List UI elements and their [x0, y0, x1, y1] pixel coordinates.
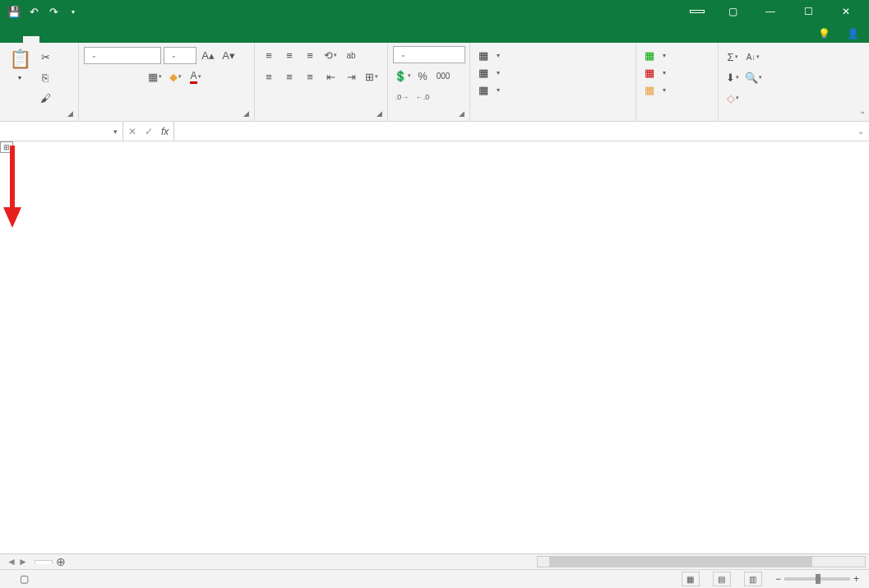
tab-file[interactable] [7, 36, 23, 43]
cell-styles-button[interactable]: ▦▾ [475, 82, 502, 97]
paste-button[interactable]: 📋 ▾ [5, 46, 35, 83]
title-bar: 💾 ↶ ↷ ▾ ▢ — ☐ ✕ [0, 0, 869, 23]
zoom-out-icon[interactable]: − [775, 573, 781, 585]
minimize-button[interactable]: — [752, 0, 788, 23]
align-middle-icon[interactable]: ≡ [280, 46, 298, 64]
decrease-indent-icon[interactable]: ⇤ [321, 67, 340, 86]
tab-help[interactable] [155, 36, 171, 43]
zoom-in-icon[interactable]: + [853, 573, 859, 585]
sheet-tab-bar: ◄► ⊕ [0, 553, 869, 569]
dialog-launcher-icon[interactable]: ◢ [459, 109, 465, 118]
underline-button[interactable] [125, 67, 143, 86]
next-sheet-icon[interactable]: ► [18, 556, 28, 567]
new-sheet-icon[interactable]: ⊕ [53, 555, 69, 568]
pagebreak-view-icon[interactable]: ▥ [744, 572, 762, 586]
tab-review[interactable] [105, 36, 122, 43]
insert-function-icon[interactable]: fx [161, 126, 169, 137]
formula-bar: ▾ ✕ ✓ fx ⌄ [0, 122, 869, 141]
share-button[interactable]: 👤 [840, 25, 869, 43]
formula-input[interactable] [174, 122, 853, 141]
tab-insert[interactable] [39, 36, 56, 43]
fill-color-button[interactable]: ◆ [166, 67, 184, 86]
align-left-icon[interactable]: ≡ [260, 67, 278, 86]
dialog-launcher-icon[interactable]: ◢ [377, 109, 382, 118]
close-button[interactable]: ✕ [828, 0, 864, 23]
tab-data[interactable] [89, 36, 105, 43]
tab-view[interactable] [122, 36, 138, 43]
clear-icon[interactable]: ◇ [723, 89, 742, 107]
delete-icon: ▦ [643, 66, 656, 79]
tab-developer[interactable] [138, 36, 155, 43]
clipboard-icon: 📋 [8, 48, 31, 71]
format-cells-button[interactable]: ▦▾ [641, 82, 668, 97]
align-center-icon[interactable]: ≡ [280, 67, 298, 86]
merge-cells-icon[interactable]: ⊞ [363, 67, 381, 86]
tab-formulas[interactable] [72, 36, 89, 43]
bold-button[interactable] [84, 67, 102, 86]
dialog-launcher-icon[interactable]: ◢ [243, 109, 249, 118]
dialog-launcher-icon[interactable]: ◢ [67, 109, 73, 118]
decrease-decimal-icon[interactable]: ←.0 [414, 88, 432, 106]
save-icon[interactable]: 💾 [7, 4, 21, 19]
sort-filter-icon[interactable]: A↓ [744, 48, 762, 66]
prev-sheet-icon[interactable]: ◄ [7, 556, 16, 567]
insert-icon: ▦ [643, 49, 656, 62]
align-top-icon[interactable]: ≡ [260, 46, 278, 64]
undo-icon[interactable]: ↶ [26, 4, 41, 19]
fill-icon[interactable]: ⬇ [723, 68, 742, 86]
quick-access-toolbar: 💾 ↶ ↷ ▾ [0, 4, 81, 19]
name-box[interactable]: ▾ [0, 122, 123, 141]
copy-icon[interactable]: ⎘ [36, 68, 54, 86]
font-name-select[interactable]: ⌄ [84, 47, 161, 64]
percent-icon[interactable]: % [414, 67, 432, 85]
italic-button[interactable] [104, 67, 122, 86]
ribbon-tabs: 💡 👤 [0, 23, 869, 43]
worksheet-grid[interactable]: ⊞ [0, 141, 869, 553]
tell-me[interactable]: 💡 [811, 25, 840, 43]
expand-formula-icon[interactable]: ⌄ [853, 122, 869, 141]
find-icon[interactable]: 🔍 [744, 68, 762, 86]
increase-indent-icon[interactable]: ⇥ [342, 67, 360, 86]
share-icon: 👤 [847, 28, 859, 39]
macro-record-icon[interactable]: ▢ [20, 573, 29, 585]
borders-button[interactable]: ▦ [146, 67, 164, 86]
wrap-text-icon[interactable]: ab [342, 46, 360, 64]
comma-icon[interactable]: 000 [434, 67, 452, 85]
sheet-tab[interactable] [35, 560, 53, 564]
maximize-button[interactable]: ☐ [790, 0, 826, 23]
align-right-icon[interactable]: ≡ [301, 67, 319, 86]
lightbulb-icon: 💡 [818, 28, 830, 39]
increase-decimal-icon[interactable]: .0→ [393, 88, 411, 106]
increase-font-icon[interactable]: A▴ [199, 46, 217, 64]
tab-home[interactable] [23, 36, 39, 43]
status-bar: ▢ ▦ ▤ ▥ − + [0, 569, 869, 588]
qat-dropdown-icon[interactable]: ▾ [66, 4, 81, 19]
cond-format-icon: ▦ [477, 49, 490, 62]
redo-icon[interactable]: ↷ [46, 4, 61, 19]
enter-formula-icon[interactable]: ✓ [145, 126, 153, 137]
cut-icon[interactable]: ✂ [36, 48, 54, 66]
decrease-font-icon[interactable]: A▾ [220, 46, 238, 64]
font-size-select[interactable]: ⌄ [164, 47, 196, 64]
align-bottom-icon[interactable]: ≡ [301, 46, 319, 64]
cancel-formula-icon[interactable]: ✕ [128, 126, 136, 137]
login-button[interactable] [690, 10, 705, 13]
tab-pagelayout[interactable] [56, 36, 72, 43]
accounting-format-icon[interactable]: 💲 [393, 67, 411, 85]
normal-view-icon[interactable]: ▦ [682, 572, 700, 586]
delete-cells-button[interactable]: ▦▾ [641, 65, 668, 80]
insert-cells-button[interactable]: ▦▾ [641, 48, 668, 63]
conditional-format-button[interactable]: ▦▾ [475, 48, 502, 63]
zoom-slider[interactable] [784, 577, 850, 581]
number-format-select[interactable]: ⌄ [393, 46, 465, 63]
collapse-ribbon-icon[interactable]: ⌃ [859, 110, 866, 119]
ribbon-display-icon[interactable]: ▢ [714, 0, 751, 23]
autosum-icon[interactable]: Σ [723, 48, 742, 66]
orientation-icon[interactable]: ⟲ [321, 46, 340, 64]
horizontal-scrollbar[interactable] [537, 556, 866, 567]
font-color-button[interactable]: A [187, 67, 205, 86]
ribbon: 📋 ▾ ✂ ⎘ 🖌 ◢ ⌄ ⌄ A▴ A▾ ▦ [0, 43, 869, 122]
format-painter-icon[interactable]: 🖌 [36, 89, 54, 107]
pagelayout-view-icon[interactable]: ▤ [713, 572, 731, 586]
format-as-table-button[interactable]: ▦▾ [475, 65, 502, 80]
